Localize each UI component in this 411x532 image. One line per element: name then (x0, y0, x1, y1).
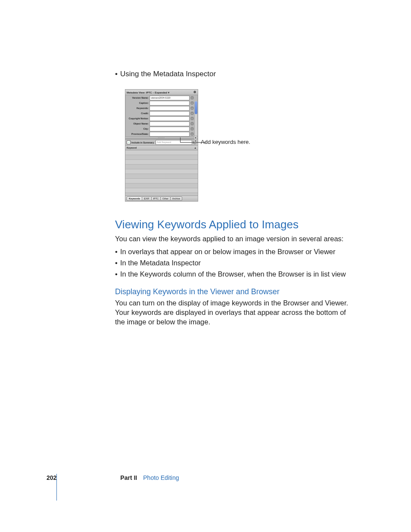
include-summary-label: Include in Summary (131, 141, 154, 144)
list-item[interactable] (125, 150, 198, 155)
callout-text: Add keywords here. (201, 139, 250, 145)
minus-icon[interactable]: − (190, 132, 194, 136)
list-item[interactable] (125, 155, 198, 160)
heading-2: Displaying Keywords in the Viewer and Br… (115, 287, 356, 296)
tab-other[interactable]: Other (160, 196, 171, 201)
panel-title[interactable]: Metadata View: IPTC – Expanded ▾ (127, 91, 169, 94)
list-item[interactable] (125, 184, 198, 188)
list-item[interactable] (125, 169, 198, 174)
minus-icon[interactable]: − (190, 112, 194, 115)
list-item[interactable] (125, 165, 198, 169)
scroll-down-icon[interactable]: ▼ (194, 139, 197, 143)
bullet-item: •In the Metadata Inspector (115, 257, 356, 268)
city-input[interactable] (149, 127, 190, 131)
field-label: Caption: (126, 102, 149, 104)
metadata-inspector-screenshot: Metadata View: IPTC – Expanded ▾ ⚙ Versi… (125, 89, 199, 199)
tab-archive[interactable]: Archive (170, 196, 182, 201)
minus-icon[interactable]: − (190, 122, 194, 125)
list-item[interactable] (125, 179, 198, 184)
field-label: Object Name: (126, 122, 149, 125)
bullet-item: •In the Keywords column of the Browser, … (115, 268, 356, 280)
object-name-input[interactable] (149, 121, 190, 126)
scrollbar-thumb[interactable] (195, 101, 197, 114)
intro-bullet: •Using the Metadata Inspector (115, 69, 374, 79)
field-label: Province/State: (126, 133, 149, 135)
province-input[interactable] (149, 132, 190, 137)
panel-header: Metadata View: IPTC – Expanded ▾ ⚙ (125, 90, 198, 95)
tab-keywords[interactable]: Keywords (127, 196, 142, 201)
tab-exif[interactable]: EXIF (142, 196, 151, 201)
field-label: Copyright Notice: (126, 117, 149, 120)
keyword-column-header[interactable]: Keyword (127, 146, 137, 149)
intro-bullet-text: Using the Metadata Inspector (120, 70, 216, 78)
field-label: Credit: (126, 112, 149, 115)
keyword-list (125, 150, 198, 196)
margin-rule (56, 474, 57, 501)
tab-iptc[interactable]: IPTC (151, 196, 161, 201)
list-item[interactable] (125, 188, 198, 193)
minus-icon[interactable]: − (190, 101, 194, 105)
minus-icon[interactable]: − (190, 127, 194, 131)
sort-icon[interactable]: ▲ (194, 146, 196, 149)
include-summary-checkbox[interactable]: ✓ (127, 140, 131, 144)
bullet-item: •In overlays that appear on or below ima… (115, 246, 356, 257)
copyright-input[interactable] (149, 116, 190, 121)
keywords-input[interactable] (149, 106, 190, 111)
minus-icon[interactable]: − (190, 117, 194, 120)
heading-1: Viewing Keywords Applied to Images (115, 218, 356, 231)
field-label: Keywords: (126, 107, 149, 109)
field-label: Version Name: (126, 96, 149, 99)
part-label: Part II (120, 474, 137, 481)
minus-icon[interactable]: − (190, 106, 194, 110)
credit-input[interactable] (149, 111, 190, 116)
field-label: City: (126, 128, 149, 130)
page-footer: 202 Part II Photo Editing (47, 474, 179, 481)
version-name-input[interactable]: vietnam2004-0220 (149, 96, 190, 100)
page-number: 202 (47, 474, 56, 481)
minus-icon[interactable]: − (190, 96, 194, 100)
part-title: Photo Editing (143, 474, 179, 481)
caption-input[interactable] (149, 101, 190, 106)
list-item[interactable] (125, 174, 198, 179)
body-text: You can view the keywords applied to an … (115, 234, 356, 243)
gear-icon[interactable]: ⚙ (193, 90, 196, 94)
tab-bar: Keywords EXIF IPTC Other Archive (125, 196, 198, 201)
body-text: You can turn on the display of image key… (115, 298, 356, 327)
list-item[interactable] (125, 160, 198, 165)
